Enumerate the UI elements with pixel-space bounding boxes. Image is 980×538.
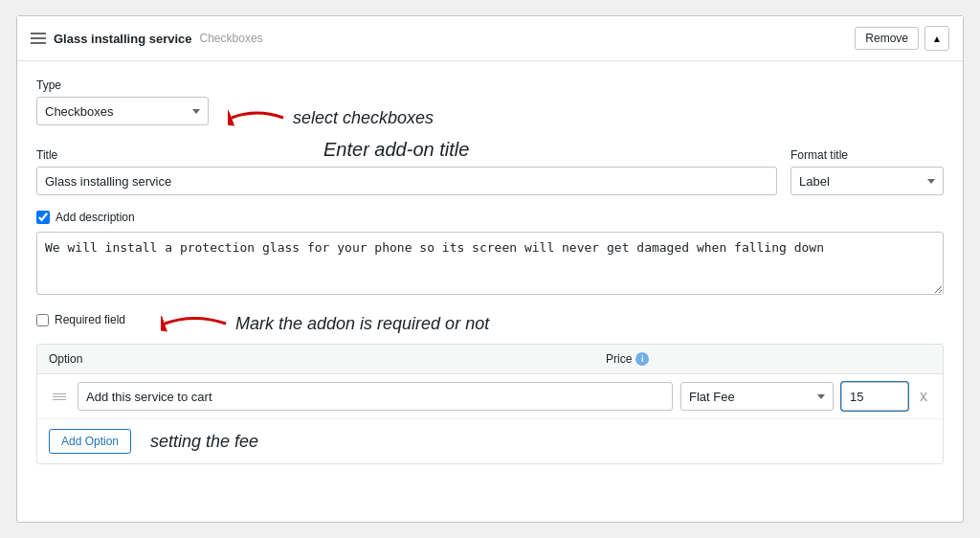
required-checkbox[interactable] [36, 314, 49, 326]
required-label[interactable]: Required field [55, 313, 125, 326]
options-table-header: Option Price i [37, 345, 943, 374]
required-section: Required field Mark the addon is require… [36, 313, 944, 326]
type-select[interactable]: Checkboxes Dropdown Radio Buttons Text F… [36, 97, 209, 125]
add-option-button[interactable]: Add Option [49, 429, 131, 454]
required-annotation-text: Mark the addon is required or not [235, 314, 489, 334]
footer-annotation-text: setting the fee [150, 432, 258, 452]
table-row: Flat Fee Percentage Quantity Based None … [37, 374, 943, 419]
type-label: Type [36, 78, 944, 92]
required-arrow-icon [161, 309, 228, 338]
add-description-label[interactable]: Add description [56, 211, 135, 224]
card-body: Type select checkboxes Checkboxes Dropdo… [17, 61, 963, 482]
type-annotation: select checkboxes [228, 103, 434, 132]
format-field: Format title Label Heading Hidden [791, 148, 944, 195]
add-description-row: Add description [36, 211, 944, 224]
arrow-icon [228, 103, 285, 132]
title-annotation-text: Enter add-on title [323, 139, 469, 160]
type-section: Type select checkboxes Checkboxes Dropdo… [36, 78, 944, 125]
drag-handle-icon[interactable] [31, 33, 46, 44]
price-value-input[interactable] [841, 382, 908, 411]
title-section: Title Format title Label Heading Hidden … [36, 148, 944, 195]
row-drag-handle[interactable] [49, 392, 70, 402]
type-annotation-text: select checkboxes [293, 108, 434, 128]
options-table: Option Price i Flat Fee Percentage Quant… [36, 344, 944, 464]
chevron-up-icon: ▲ [932, 34, 942, 44]
remove-option-button[interactable]: x [916, 389, 931, 404]
addon-type-badge: Checkboxes [200, 32, 263, 45]
addon-card: Glass installing service Checkboxes Remo… [16, 15, 964, 523]
options-footer: Add Option setting the fee [37, 419, 943, 463]
description-section: We will install a protection glass for y… [36, 232, 944, 298]
option-col-header: Option [49, 352, 606, 366]
price-info-icon[interactable]: i [635, 352, 649, 366]
format-label: Format title [791, 148, 944, 162]
price-type-select[interactable]: Flat Fee Percentage Quantity Based None [680, 382, 834, 411]
title-input[interactable] [36, 167, 777, 195]
add-description-checkbox[interactable] [36, 211, 50, 224]
required-annotation: Mark the addon is required or not [161, 309, 489, 338]
collapse-button[interactable]: ▲ [924, 26, 949, 51]
card-header: Glass installing service Checkboxes Remo… [17, 16, 963, 61]
header-actions: Remove ▲ [855, 26, 949, 51]
addon-title: Glass installing service [54, 32, 192, 46]
format-select[interactable]: Label Heading Hidden [791, 167, 944, 195]
price-col-header: Price i [606, 352, 931, 366]
option-name-input[interactable] [78, 382, 673, 411]
title-annotation: Enter add-on title [323, 139, 469, 161]
header-left: Glass installing service Checkboxes [31, 32, 263, 46]
description-textarea[interactable]: We will install a protection glass for y… [36, 232, 944, 295]
remove-button[interactable]: Remove [855, 27, 919, 50]
